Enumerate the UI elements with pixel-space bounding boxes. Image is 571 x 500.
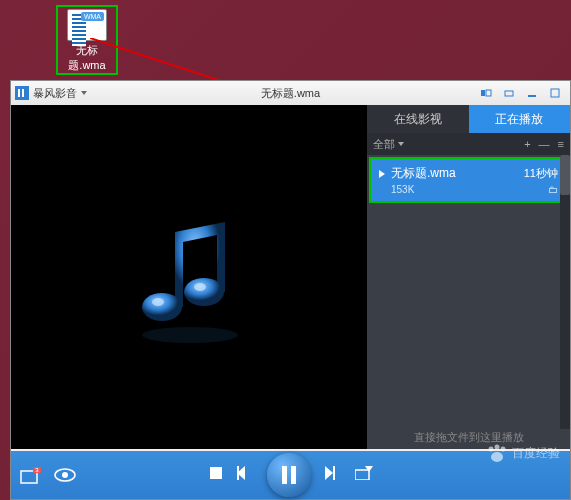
svg-rect-22 [282,466,287,484]
svg-point-12 [152,298,164,306]
playlist-item-name: 无标题.wma [391,165,456,182]
desktop-file-icon[interactable]: 无标题.wma [56,5,118,75]
maximize-button[interactable] [544,85,566,101]
box-icon[interactable]: 3 [19,465,43,485]
playlist-item[interactable]: 无标题.wma 11秒钟 153K 🗀 [369,157,568,203]
sidebar-scrollbar[interactable] [560,155,570,429]
tab-now-playing[interactable]: 正在播放 [469,105,571,133]
svg-rect-5 [486,90,491,96]
stop-button[interactable] [209,466,223,484]
svg-point-30 [501,447,506,452]
svg-rect-8 [551,89,559,97]
svg-point-10 [142,293,182,321]
playlist-toolbar: 全部 + — ≡ [367,133,570,155]
playlist-item-duration: 11秒钟 [524,166,558,181]
wma-file-icon [67,9,107,41]
svg-point-9 [142,327,238,343]
window-title: 无标题.wma [261,86,320,101]
add-button[interactable]: + [524,138,530,150]
toggle-view-button[interactable] [475,85,497,101]
video-display-area[interactable] [11,105,369,449]
svg-rect-6 [505,91,513,96]
open-button[interactable] [355,466,373,484]
svg-rect-26 [355,470,369,480]
scrollbar-thumb[interactable] [560,155,570,195]
eye-icon[interactable] [53,465,77,485]
svg-point-29 [495,445,500,450]
svg-rect-25 [333,466,335,480]
watermark-text: 百度经验 [512,445,560,462]
svg-rect-19 [210,467,222,479]
mini-mode-button[interactable] [498,85,520,101]
remove-button[interactable]: — [539,138,550,150]
svg-marker-27 [365,466,373,472]
tab-online-video[interactable]: 在线影视 [367,105,469,133]
svg-marker-24 [325,466,333,480]
play-pause-button[interactable] [267,453,311,497]
desktop-file-label: 无标题.wma [58,43,116,73]
svg-rect-23 [291,466,296,484]
playlist-item-size: 153K [391,184,414,195]
playing-indicator-icon [379,170,385,178]
svg-point-18 [62,472,68,478]
svg-point-11 [184,278,224,306]
pause-icon [281,466,297,484]
svg-point-13 [194,283,206,291]
titlebar: 暴风影音 无标题.wma [11,81,570,105]
watermark: 百度经验 [486,443,560,463]
chevron-down-icon [398,142,404,146]
svg-rect-21 [237,466,239,480]
app-logo-icon [15,86,29,100]
app-name: 暴风影音 [33,86,77,101]
svg-point-31 [491,452,503,462]
previous-button[interactable] [237,466,253,484]
media-player-window: 暴风影音 无标题.wma ◀◀ ▶▶ 00: [10,80,571,500]
open-folder-icon[interactable]: 🗀 [548,184,558,195]
playlist-sidebar: 在线影视 正在播放 全部 + — ≡ 无标题.wma 11秒钟 153K 🗀 [367,105,570,449]
svg-rect-4 [481,90,485,96]
minimize-button[interactable] [521,85,543,101]
music-note-icon [120,207,260,347]
more-button[interactable]: ≡ [558,138,564,150]
next-button[interactable] [325,466,341,484]
app-menu-dropdown[interactable] [81,91,87,95]
filter-all-dropdown[interactable]: 全部 [373,137,395,152]
svg-point-28 [489,447,494,452]
paw-icon [486,443,508,463]
